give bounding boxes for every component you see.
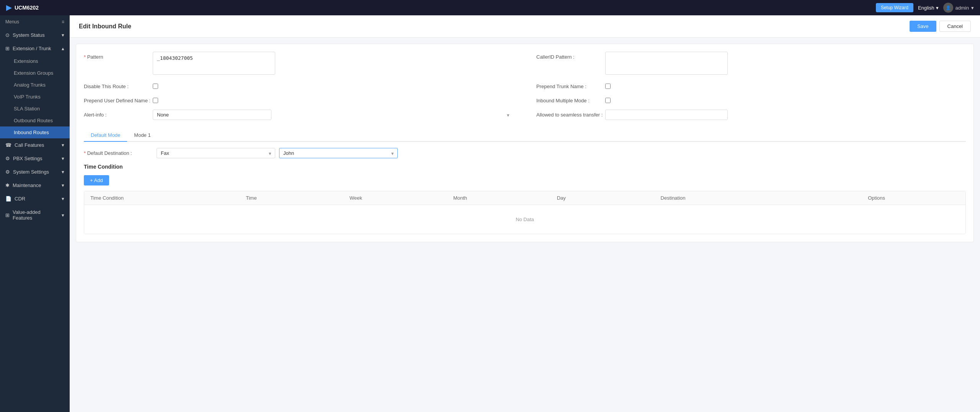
prepend-user-field: Prepend User Defined Name : bbox=[84, 95, 513, 104]
chevron-down-icon: ▾ bbox=[62, 156, 64, 161]
extension-trunk-icon: ⊞ bbox=[5, 46, 10, 51]
col-day: Day bbox=[551, 191, 655, 205]
language-chevron-icon: ▾ bbox=[936, 5, 939, 11]
sidebar-item-inbound-routes[interactable]: Inbound Routes bbox=[0, 126, 70, 138]
sidebar-item-label: System Settings bbox=[13, 169, 49, 175]
disable-prepend-row: Disable This Route : Prepend Trunk Name … bbox=[84, 81, 966, 95]
page-title: Edit Inbound Rule bbox=[79, 23, 131, 30]
pattern-callerid-row: Pattern CallerID Pattern : bbox=[84, 52, 966, 81]
form-area: Pattern CallerID Pattern : Disable This … bbox=[76, 44, 974, 242]
chevron-down-icon: ▾ bbox=[62, 32, 64, 38]
admin-label: admin bbox=[956, 5, 969, 11]
page-header: Edit Inbound Rule Save Cancel bbox=[70, 15, 980, 38]
prepend-user-label: Prepend User Defined Name : bbox=[84, 95, 153, 103]
prepend-user-checkbox[interactable] bbox=[153, 98, 158, 103]
app-title: UCM6202 bbox=[15, 5, 39, 11]
cdr-icon: 📄 bbox=[5, 196, 11, 202]
sidebar-item-label: CDR bbox=[15, 196, 25, 202]
alert-info-select[interactable]: None Ring 1 Ring 2 bbox=[153, 110, 271, 120]
sidebar-item-call-features[interactable]: ☎ Call Features ▾ bbox=[0, 138, 70, 152]
system-settings-icon: ⚙ bbox=[5, 169, 10, 175]
time-condition-title: Time Condition bbox=[84, 164, 966, 170]
time-condition-section: Time Condition + Add Time Condition Time… bbox=[84, 164, 966, 234]
tab-default-mode[interactable]: Default Mode bbox=[84, 129, 127, 142]
chevron-down-icon: ▾ bbox=[62, 169, 64, 175]
seamless-transfer-input[interactable] bbox=[605, 110, 728, 120]
sidebar-item-system-settings[interactable]: ⚙ System Settings ▾ bbox=[0, 165, 70, 179]
callerid-control bbox=[605, 52, 966, 76]
default-destination-label: Default Destination : bbox=[84, 150, 153, 156]
sidebar-item-value-added[interactable]: ⊞ Value-added Features ▾ bbox=[0, 205, 70, 225]
language-selector[interactable]: English ▾ bbox=[918, 5, 939, 11]
inbound-multiple-field: Inbound Multiple Mode : bbox=[536, 95, 966, 104]
destination-select[interactable]: Fax Extension Voicemail IVR Ring Group bbox=[157, 148, 275, 158]
destination-sub-select[interactable]: John Jane Bob bbox=[279, 148, 398, 158]
sidebar-item-label: PBX Settings bbox=[13, 156, 42, 161]
save-button[interactable]: Save bbox=[910, 21, 936, 32]
sidebar-item-extension-groups[interactable]: Extension Groups bbox=[0, 67, 70, 79]
pbx-settings-icon: ⚙ bbox=[5, 156, 10, 161]
default-destination-row: Default Destination : Fax Extension Voic… bbox=[84, 148, 966, 158]
col-week: Week bbox=[343, 191, 447, 205]
table-body: No Data bbox=[84, 205, 965, 234]
table-header: Time Condition Time Week Month Day Desti… bbox=[84, 191, 965, 205]
sidebar-item-outbound-routes[interactable]: Outbound Routes bbox=[0, 115, 70, 126]
time-condition-table: Time Condition Time Week Month Day Desti… bbox=[84, 191, 966, 234]
callerid-pattern-field: CallerID Pattern : bbox=[536, 52, 966, 76]
sidebar-item-extension-trunk[interactable]: ⊞ Extension / Trunk ▴ bbox=[0, 42, 70, 55]
col-month: Month bbox=[447, 191, 551, 205]
maintenance-icon: ✱ bbox=[5, 182, 10, 188]
sidebar-item-system-status[interactable]: ⊙ System Status ▾ bbox=[0, 28, 70, 42]
sidebar-item-extensions[interactable]: Extensions bbox=[0, 55, 70, 67]
sidebar: Menus ≡ ⊙ System Status ▾ ⊞ Extension / … bbox=[0, 15, 70, 412]
destination-select-wrapper: Fax Extension Voicemail IVR Ring Group bbox=[157, 148, 275, 158]
pattern-input[interactable] bbox=[153, 52, 275, 75]
layout: Menus ≡ ⊙ System Status ▾ ⊞ Extension / … bbox=[0, 15, 980, 412]
prepend-trunk-field: Prepend Trunk Name : bbox=[536, 81, 966, 90]
disable-route-field: Disable This Route : bbox=[84, 81, 513, 90]
setup-wizard-button[interactable]: Setup Wizard bbox=[876, 3, 913, 12]
tab-mode-1[interactable]: Mode 1 bbox=[127, 129, 157, 142]
chevron-down-icon: ▾ bbox=[62, 142, 64, 148]
sidebar-item-analog-trunks[interactable]: Analog Trunks bbox=[0, 79, 70, 91]
cancel-button[interactable]: Cancel bbox=[939, 21, 971, 32]
alert-info-field: Alert-info : None Ring 1 Ring 2 bbox=[84, 110, 513, 120]
topbar-right: Setup Wizard English ▾ 👤 admin ▾ bbox=[876, 3, 974, 13]
chevron-down-icon: ▾ bbox=[62, 212, 64, 218]
col-time-condition: Time Condition bbox=[84, 191, 240, 205]
pattern-control bbox=[153, 52, 513, 76]
sidebar-item-pbx-settings[interactable]: ⚙ PBX Settings ▾ bbox=[0, 152, 70, 165]
topbar: ▶ UCM6202 Setup Wizard English ▾ 👤 admin… bbox=[0, 0, 980, 15]
header-actions: Save Cancel bbox=[910, 21, 971, 32]
inbound-multiple-label: Inbound Multiple Mode : bbox=[536, 95, 605, 103]
pattern-label: Pattern bbox=[84, 52, 153, 60]
main-content: Edit Inbound Rule Save Cancel Pattern Ca… bbox=[70, 15, 980, 412]
sidebar-item-maintenance[interactable]: ✱ Maintenance ▾ bbox=[0, 179, 70, 192]
alert-seamless-row: Alert-info : None Ring 1 Ring 2 Allowed … bbox=[84, 110, 966, 125]
sidebar-item-sla-station[interactable]: SLA Station bbox=[0, 103, 70, 115]
disable-route-control bbox=[153, 81, 513, 90]
sidebar-item-label: Call Features bbox=[15, 142, 44, 148]
sidebar-menus-header: Menus ≡ bbox=[0, 15, 70, 28]
prepend-trunk-checkbox[interactable] bbox=[605, 84, 611, 89]
alert-info-control: None Ring 1 Ring 2 bbox=[153, 110, 513, 120]
table-empty-state: No Data bbox=[84, 205, 965, 234]
prepend-user-inbound-row: Prepend User Defined Name : Inbound Mult… bbox=[84, 95, 966, 110]
chevron-down-icon: ▾ bbox=[62, 196, 64, 202]
sidebar-item-voip-trunks[interactable]: VoIP Trunks bbox=[0, 91, 70, 103]
alert-info-select-wrapper: None Ring 1 Ring 2 bbox=[153, 110, 513, 120]
callerid-input[interactable] bbox=[605, 52, 728, 75]
sidebar-item-label: Extension / Trunk bbox=[13, 46, 51, 51]
topbar-left: ▶ UCM6202 bbox=[6, 3, 39, 12]
admin-menu[interactable]: 👤 admin ▾ bbox=[943, 3, 974, 13]
alert-info-label: Alert-info : bbox=[84, 110, 153, 118]
menu-toggle-icon[interactable]: ≡ bbox=[62, 19, 64, 25]
inbound-multiple-checkbox[interactable] bbox=[605, 98, 611, 103]
disable-route-checkbox[interactable] bbox=[153, 84, 158, 89]
chevron-down-icon: ▾ bbox=[62, 182, 64, 188]
prepend-trunk-control bbox=[605, 81, 966, 90]
inbound-multiple-control bbox=[605, 95, 966, 104]
language-label: English bbox=[918, 5, 934, 11]
sidebar-item-cdr[interactable]: 📄 CDR ▾ bbox=[0, 192, 70, 205]
add-time-condition-button[interactable]: + Add bbox=[84, 175, 109, 185]
